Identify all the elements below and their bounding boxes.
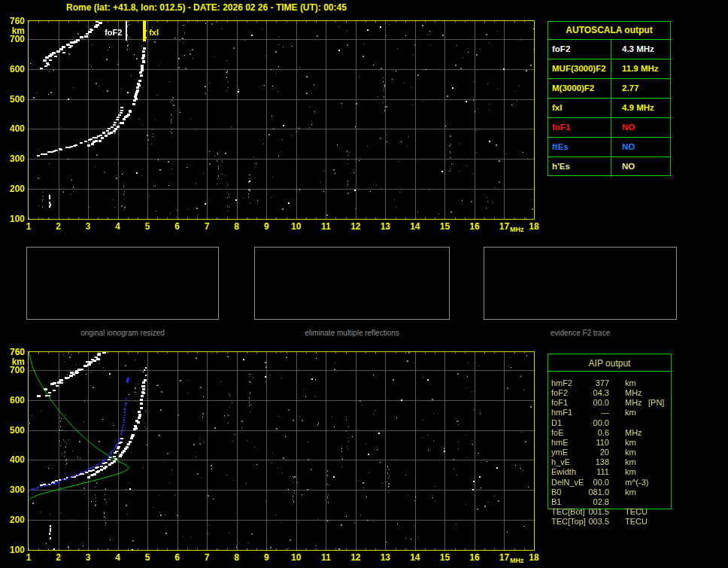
autoscala-output-table: AUTOSCALA output foF24.3 MHzMUF(3000)F21…: [548, 21, 671, 176]
bottom-x-tick-18: 18: [523, 553, 545, 562]
aip-value: 001.5: [563, 507, 609, 517]
main-x-tick-12: 12: [344, 222, 367, 231]
thumbnail-box-0: [26, 247, 219, 320]
bottom-y-tick-760: 760: [2, 348, 25, 357]
main-ionogram-canvas: [29, 21, 534, 219]
autoscala-row-label: M(3000)F2: [548, 79, 611, 98]
thumbnail-box-1: [254, 247, 450, 320]
thumbnail-caption-eliminate: eliminate multiple reflections: [254, 329, 450, 337]
bottom-x-tick-15: 15: [433, 553, 456, 562]
autoscala-row-label: foF2: [548, 40, 611, 59]
aip-row-hme: hmE110km: [0, 438, 728, 448]
aip-label: D1: [551, 418, 562, 428]
main-x-tick-4: 4: [107, 222, 129, 231]
thumbnail-caption-evidence: evidence F2 trace: [484, 329, 677, 337]
main-x-tick-11: 11: [314, 222, 337, 231]
main-x-tick-5: 5: [136, 222, 159, 231]
aip-row-delnve: DelN_vE00.0m^(-3): [0, 478, 728, 488]
main-x-tick-10: 10: [285, 222, 308, 231]
aip-row-foe: foE0.6MHz: [0, 428, 728, 438]
autoscala-row-value: NO: [611, 118, 670, 137]
autoscala-row-label: h'Es: [548, 157, 611, 177]
autoscala-row-label: MUF(3000)F2: [548, 59, 611, 78]
aip-row-fof2: foF204.3MHz: [0, 388, 728, 398]
aip-label: B1: [551, 497, 561, 507]
aip-unit: m^(-3): [625, 478, 648, 488]
aip-unit: km: [625, 467, 636, 477]
fxi-marker-label: fxI: [149, 28, 171, 37]
aip-row-tecbot: TEC[Bot]001.5TECU: [0, 507, 728, 517]
bottom-x-tick-10: 10: [285, 553, 308, 562]
bottom-x-tick-1: 1: [17, 553, 40, 562]
autoscala-row-value: 4.9 MHz: [611, 99, 670, 117]
aip-value: 00.0: [563, 398, 609, 408]
autoscala-row-value: NO: [611, 138, 670, 156]
main-y-tick-760: 760: [2, 17, 25, 26]
aip-row-b0: B0081.0km: [0, 488, 728, 497]
aip-value: 081.0: [563, 488, 609, 497]
aip-unit: km: [625, 457, 636, 467]
main-x-tick-18: 18: [523, 222, 545, 231]
bottom-x-tick-5: 5: [136, 553, 159, 562]
autoscala-row-value: NO: [611, 157, 670, 177]
main-x-tick-3: 3: [77, 222, 99, 231]
fof2-marker-line: [126, 20, 127, 41]
bottom-x-tick-13: 13: [374, 553, 396, 562]
aip-row-ewidth: Ewidth111km: [0, 467, 728, 477]
aip-row-hve: h_vE138km: [0, 457, 728, 467]
thumbnail-caption-original: original ionogram resized: [26, 329, 219, 337]
main-x-tick-7: 7: [196, 222, 218, 231]
bottom-x-unit: MHz: [510, 557, 524, 564]
main-x-tick-6: 6: [166, 222, 189, 231]
main-y-tick-300: 300: [2, 154, 25, 163]
aip-row-tectop: TEC[Top]003.5TECU: [0, 517, 728, 527]
main-y-tick-600: 600: [2, 65, 25, 74]
main-x-tick-2: 2: [47, 222, 70, 231]
main-x-tick-1: 1: [17, 222, 40, 231]
thumbnail-box-2: [484, 247, 677, 320]
aip-row-fof1: foF100.0MHz[PN]: [0, 398, 728, 408]
autoscala-row-value: 2.77: [611, 79, 670, 98]
autoscala-row-value: 4.3 MHz: [611, 40, 670, 59]
bottom-x-tick-16: 16: [463, 553, 486, 562]
aip-unit: MHz: [625, 428, 642, 438]
autoscala-row-ftes: ftEsNO: [548, 138, 670, 157]
aip-value: 00.0: [563, 418, 609, 428]
fxi-marker-line: [143, 20, 146, 41]
main-x-tick-16: 16: [463, 222, 486, 231]
aip-value: 003.5: [563, 517, 609, 527]
bottom-x-tick-8: 8: [226, 553, 248, 562]
bottom-x-tick-2: 2: [47, 553, 70, 562]
main-x-unit: MHz: [510, 226, 524, 233]
autoscala-row-fxi: fxI4.9 MHz: [548, 99, 670, 118]
autoscala-row-m3000f2: M(3000)F22.77: [548, 79, 670, 99]
main-x-tick-15: 15: [433, 222, 456, 231]
aip-value: 04.3: [563, 388, 609, 398]
bottom-x-tick-9: 9: [255, 553, 278, 562]
autoscala-table-title: AUTOSCALA output: [548, 22, 670, 40]
autoscala-row-muf3000f2: MUF(3000)F211.9 MHz: [548, 59, 670, 79]
autoscala-row-label: foF1: [548, 118, 611, 137]
aip-value: 0.6: [563, 428, 609, 438]
aip-unit: km: [625, 448, 636, 457]
aip-unit: MHz: [625, 388, 642, 398]
aip-label: B0: [551, 488, 561, 497]
aip-value: 20: [563, 448, 609, 457]
bottom-y-unit: km: [2, 357, 25, 366]
main-x-tick-14: 14: [404, 222, 426, 231]
main-y-tick-200: 200: [2, 184, 25, 193]
autoscala-row-fof1: foF1NO: [548, 118, 670, 138]
autoscala-row-label: fxI: [548, 99, 611, 117]
autoscala-row-value: 11.9 MHz: [611, 59, 670, 78]
aip-value: 00.0: [563, 478, 609, 488]
autoscala-row-fof2: foF24.3 MHz: [548, 40, 670, 59]
aip-table-title: AIP output: [548, 354, 671, 372]
bottom-x-tick-7: 7: [196, 553, 218, 562]
aip-row-d1: D100.0: [0, 418, 728, 428]
aip-value: ---: [563, 408, 609, 418]
aip-value: 111: [563, 467, 609, 477]
main-x-tick-13: 13: [374, 222, 396, 231]
aip-value: 02.8: [563, 497, 609, 507]
aip-value: 138: [563, 457, 609, 467]
aip-unit: TECU: [625, 507, 648, 517]
